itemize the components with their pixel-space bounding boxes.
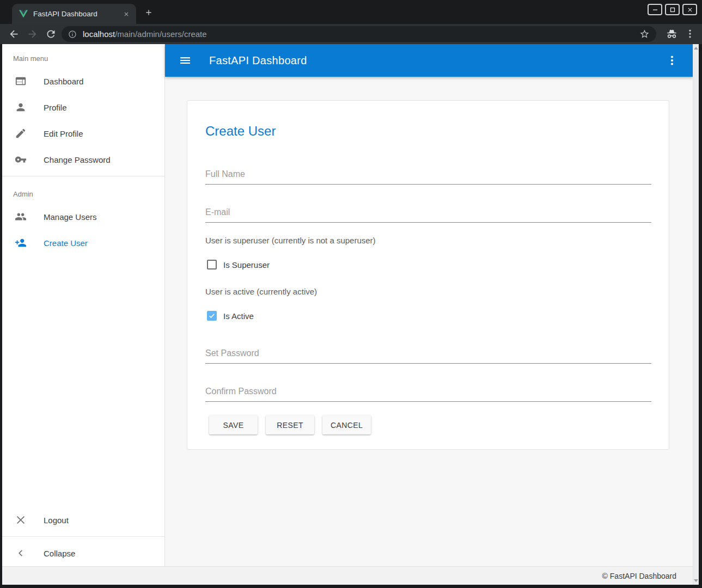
superuser-hint: User is superuser (currently is not a su… [205,236,651,245]
person-add-icon [14,236,27,249]
forward-button[interactable] [27,28,38,40]
create-user-card: Create User User is superuser (currently… [187,100,669,450]
set-password-input[interactable] [205,348,651,358]
new-tab-button[interactable] [143,7,154,18]
superuser-checkbox[interactable] [207,260,217,270]
incognito-icon [666,28,678,40]
reload-button[interactable] [45,28,57,40]
url-path: /main/admin/users/create [115,29,206,39]
sidebar-item-logout[interactable]: Logout [2,507,164,533]
sidebar-item-label: Profile [44,103,67,112]
dashboard-web-icon [14,75,27,88]
copyright-text: © FastAPI Dashboard [602,572,676,580]
scrollbar-down-icon[interactable] [693,577,699,584]
window-minimize-button[interactable] [648,4,662,15]
bookmark-star-icon[interactable] [639,29,650,39]
close-x-icon [14,513,27,526]
form-buttons: SAVE RESET CANCEL [209,415,651,434]
person-icon [14,101,27,114]
url-host: localhost [83,29,115,39]
sidebar-item-label: Logout [44,516,69,525]
superuser-checkbox-label: Is Superuser [223,260,270,270]
main-content: Create User User is superuser (currently… [165,77,693,566]
sidebar-section-main-menu: Main menu [2,44,164,68]
sidebar-item-edit-profile[interactable]: Edit Profile [2,120,164,146]
header-menu-icon[interactable] [666,54,679,67]
page-scrollbar[interactable] [693,44,699,585]
scrollbar-up-icon[interactable] [693,45,699,52]
superuser-checkbox-row[interactable]: Is Superuser [205,259,651,270]
full-name-input[interactable] [205,169,651,179]
url-bar[interactable]: localhost/main/admin/users/create [62,26,656,42]
email-field [205,207,651,223]
people-icon [14,210,27,223]
chevron-left-icon [14,547,27,560]
sidebar-item-label: Dashboard [44,77,83,86]
window-maximize-button[interactable] [665,4,680,15]
page-title: Create User [205,124,651,139]
pencil-icon [14,127,27,140]
window-close-button[interactable] [682,4,697,15]
confirm-password-field [205,387,651,402]
active-checkbox[interactable] [207,311,217,321]
email-input[interactable] [205,207,651,217]
sidebar: Main menu Dashboard Profile Edit Profile… [2,44,165,566]
sidebar-item-label: Change Password [44,155,111,164]
set-password-field [205,348,651,364]
sidebar-item-label: Edit Profile [44,129,83,138]
sidebar-section-admin: Admin [2,180,164,204]
tab-title: FastAPI Dashboard [33,10,121,18]
sidebar-item-collapse[interactable]: Collapse [2,540,164,566]
app-title: FastAPI Dashboard [209,54,307,67]
save-button[interactable]: SAVE [209,415,258,434]
browser-toolbar: localhost/main/admin/users/create [0,24,702,44]
sidebar-item-dashboard[interactable]: Dashboard [2,68,164,94]
vue-favicon-icon [19,10,28,18]
reset-button[interactable]: RESET [266,415,314,434]
page-content: Main menu Dashboard Profile Edit Profile… [2,44,693,585]
active-hint: User is active (currently active) [205,287,651,296]
sidebar-item-label: Collapse [44,549,75,558]
browser-tab[interactable]: FastAPI Dashboard [12,4,136,24]
active-checkbox-label: Is Active [223,311,254,321]
app-header: FastAPI Dashboard [165,44,693,77]
confirm-password-input[interactable] [205,387,651,396]
sidebar-item-label: Create User [44,238,88,248]
site-info-icon[interactable] [68,30,77,39]
browser-titlebar: FastAPI Dashboard [0,0,702,24]
url-text: localhost/main/admin/users/create [83,29,207,39]
sidebar-item-change-password[interactable]: Change Password [2,146,164,173]
full-name-field [205,169,651,185]
cancel-button[interactable]: CANCEL [322,415,371,434]
sidebar-item-profile[interactable]: Profile [2,94,164,120]
hamburger-menu-icon[interactable] [179,54,192,67]
key-icon [14,153,27,166]
back-button[interactable] [8,28,20,40]
browser-menu-icon[interactable] [685,28,695,39]
sidebar-item-manage-users[interactable]: Manage Users [2,204,164,230]
window-controls [648,4,697,15]
sidebar-item-create-user[interactable]: Create User [2,230,164,256]
sidebar-divider [2,536,164,537]
sidebar-divider [2,176,164,176]
sidebar-item-label: Manage Users [44,212,97,222]
page-footer: © FastAPI Dashboard [2,566,693,585]
tab-close-icon[interactable] [121,9,131,19]
active-checkbox-row[interactable]: Is Active [205,310,651,321]
